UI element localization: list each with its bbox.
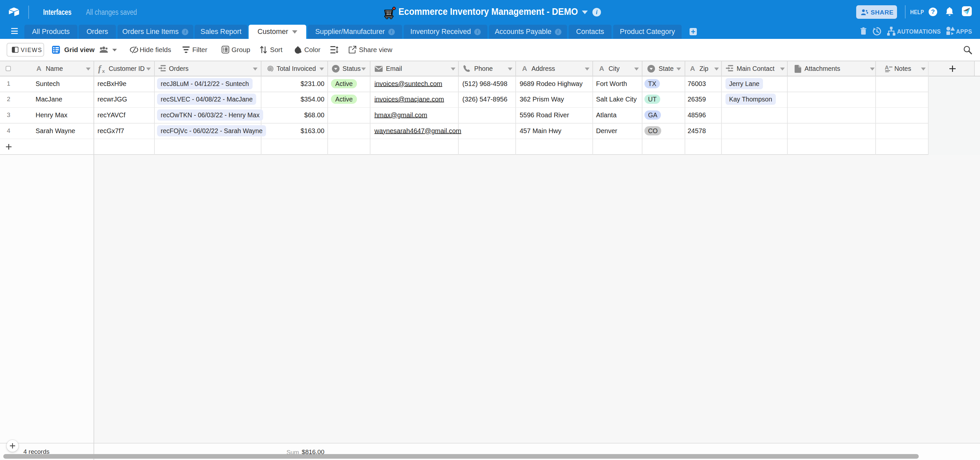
svg-text:A: A [599, 65, 604, 72]
svg-text:A: A [522, 65, 527, 72]
svg-text:A: A [690, 65, 695, 72]
svg-text:f: f [98, 64, 102, 73]
svg-text:A: A [36, 65, 41, 72]
svg-text:A: A [885, 65, 889, 71]
svg-text:x: x [102, 68, 105, 73]
